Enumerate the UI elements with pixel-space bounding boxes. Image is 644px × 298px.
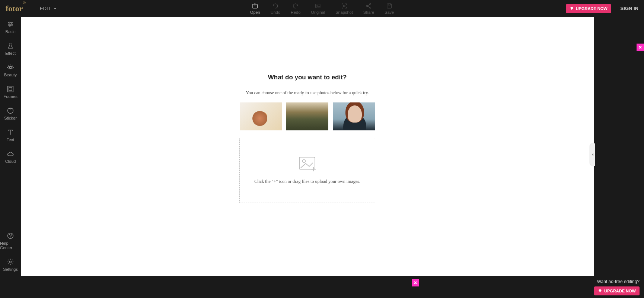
footer-right: Want ad-free editing? UPGRADE NOW [594,279,640,295]
toolbar: Open Undo Redo Original Snapshot Share S… [250,3,394,15]
original-button[interactable]: Original [311,3,325,15]
original-label: Original [311,10,325,15]
open-label: Open [250,10,260,15]
snapshot-button[interactable]: Snapshot [335,3,353,15]
svg-point-11 [10,67,12,69]
edit-menu-label: EDIT [40,6,51,11]
sidebar-item-text[interactable]: Text [0,125,21,146]
settings-label: Settings [3,267,18,272]
dropzone-text: Click the "+" icon or drag files to uplo… [254,179,360,184]
frame-icon [7,85,14,93]
sidebar-item-sticker[interactable]: Sticker [0,103,21,125]
footer-upgrade-label: UPGRADE NOW [604,289,636,293]
panel-collapse-tab[interactable] [590,143,595,166]
edit-menu[interactable]: EDIT [40,6,57,11]
signin-button[interactable]: SIGN IN [621,6,638,11]
basic-label: Basic [6,29,16,34]
undo-icon [272,3,279,9]
svg-rect-7 [387,4,392,8]
beauty-label: Beauty [4,73,17,77]
save-button[interactable]: Save [385,3,394,15]
diamond-icon [570,6,574,11]
page-title: What do you want to edit? [239,74,375,81]
sidebar-item-beauty[interactable]: Beauty [0,60,21,82]
cloud-label: Cloud [5,159,16,164]
svg-point-9 [11,23,12,25]
sidebar-item-frames[interactable]: Frames [0,82,21,103]
chevron-left-icon [592,153,594,156]
svg-point-4 [366,5,368,7]
upload-dropzone[interactable]: Click the "+" icon or drag files to uplo… [239,138,375,203]
flask-icon [7,42,14,50]
gear-icon [7,258,14,266]
help-label: Help Center [0,241,21,250]
logo-text: fotor [6,4,23,13]
share-button[interactable]: Share [363,3,374,15]
redo-label: Redo [291,10,300,15]
svg-rect-13 [9,88,12,91]
page-subtitle: You can choose one of the ready-to-use p… [239,90,375,96]
undo-label: Undo [271,10,280,15]
svg-point-5 [369,3,371,5]
image-plus-icon [299,156,316,172]
footer: Want ad-free editing? UPGRADE NOW [21,276,644,298]
sidebar-item-settings[interactable]: Settings [0,254,21,276]
svg-point-3 [343,5,345,7]
undo-button[interactable]: Undo [271,3,280,15]
snapshot-label: Snapshot [335,10,353,15]
close-ad-button[interactable] [637,44,644,51]
footer-upgrade-button[interactable]: UPGRADE NOW [594,286,640,295]
text-icon [7,129,14,136]
share-icon [365,3,372,9]
text-label: Text [7,137,14,142]
save-icon [386,3,393,9]
sample-photo-1[interactable] [240,102,282,130]
sidebar-spacer [0,168,21,228]
sidebar-item-effect[interactable]: Effect [0,38,21,60]
open-button[interactable]: Open [250,3,260,15]
svg-point-8 [9,22,10,23]
share-label: Share [363,10,374,15]
svg-point-6 [369,7,371,8]
frames-label: Frames [3,94,17,99]
canvas-inner: What do you want to edit? You can choose… [239,74,375,203]
sample-photo-2[interactable] [286,102,328,130]
logo[interactable]: fotor® [6,4,29,13]
footer-close-ad-button[interactable] [412,279,419,286]
chevron-down-icon [53,7,57,10]
snapshot-icon [341,3,347,9]
sidebar-item-cloud[interactable]: Cloud [0,146,21,168]
diamond-icon [598,289,602,293]
svg-point-18 [302,160,305,163]
help-icon [7,232,14,240]
header: fotor® EDIT Open Undo Redo Original Snap… [0,0,644,17]
adfree-text: Want ad-free editing? [594,279,640,284]
redo-button[interactable]: Redo [291,3,300,15]
save-label: Save [385,10,394,15]
upgrade-label: UPGRADE NOW [576,6,608,11]
canvas: What do you want to edit? You can choose… [21,17,594,276]
sticker-icon [7,107,14,114]
close-icon [414,281,417,285]
open-icon [252,3,258,9]
upgrade-button[interactable]: UPGRADE NOW [566,4,611,13]
cloud-icon [7,150,14,158]
signin-label: SIGN IN [621,6,638,11]
logo-reg-mark: ® [23,1,25,5]
effect-label: Effect [5,51,16,56]
eye-icon [7,64,14,71]
sliders-icon [7,20,14,28]
original-icon [315,3,321,9]
sidebar-item-help[interactable]: Help Center [0,228,21,254]
right-rail [594,17,644,276]
sample-photo-3[interactable] [333,102,375,130]
svg-point-16 [10,261,12,263]
header-right: UPGRADE NOW SIGN IN [566,4,638,13]
sticker-label: Sticker [4,116,17,120]
svg-point-10 [9,25,10,26]
sample-thumbs [239,102,375,130]
sidebar: Basic Effect Beauty Frames Sticker Text … [0,17,21,276]
sidebar-item-basic[interactable]: Basic [0,17,21,38]
redo-icon [292,3,299,9]
svg-rect-12 [8,86,13,92]
